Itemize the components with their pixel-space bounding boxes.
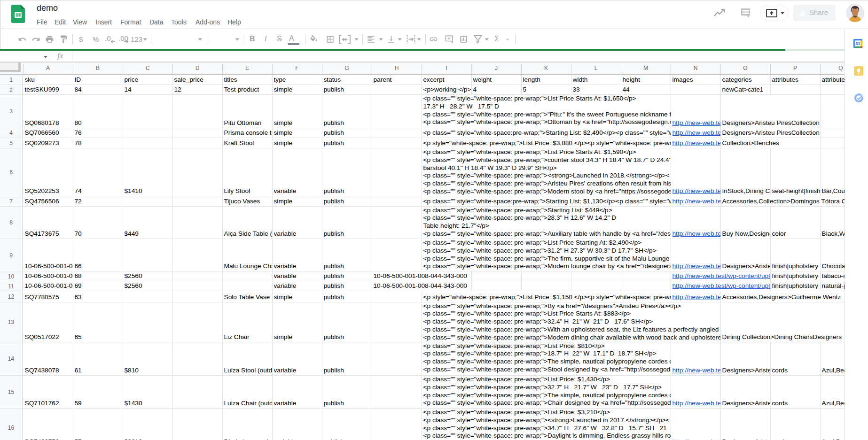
svg-text:31: 31: [856, 41, 860, 46]
